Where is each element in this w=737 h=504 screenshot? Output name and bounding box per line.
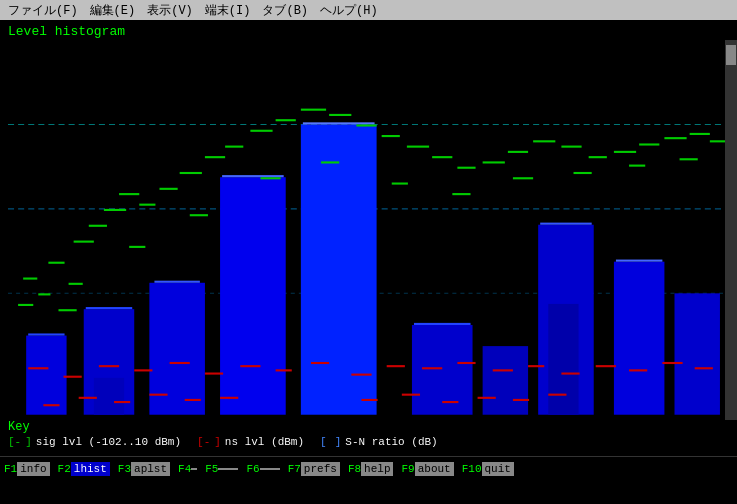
svg-rect-14 (303, 122, 375, 124)
key-ns-lvl: [-] ns lvl (dBm) (197, 436, 304, 448)
svg-rect-22 (614, 262, 664, 415)
fkey-f3-aplst[interactable]: F3aplst (114, 457, 174, 480)
svg-rect-37 (205, 156, 225, 158)
svg-rect-82 (493, 369, 513, 371)
menu-file[interactable]: ファイル(F) (4, 1, 82, 20)
svg-rect-25 (18, 304, 33, 306)
svg-rect-28 (23, 278, 37, 280)
svg-rect-52 (589, 156, 607, 158)
scrollbar-thumb[interactable] (726, 45, 736, 65)
key-items: [-] sig lvl (-102..10 dBm) [-] ns lvl (d… (8, 436, 725, 448)
svg-rect-39 (250, 130, 272, 132)
svg-rect-90 (79, 397, 97, 399)
svg-rect-96 (402, 394, 420, 396)
svg-rect-79 (387, 365, 405, 367)
svg-rect-44 (382, 135, 400, 137)
fkey-f8-help[interactable]: F8help (344, 457, 398, 480)
svg-rect-65 (513, 177, 533, 179)
svg-rect-87 (662, 362, 682, 364)
svg-rect-81 (457, 362, 475, 364)
svg-rect-30 (74, 241, 94, 243)
menu-help[interactable]: ヘルプ(H) (316, 1, 382, 20)
svg-rect-47 (457, 167, 475, 169)
svg-rect-70 (64, 376, 82, 378)
svg-rect-40 (276, 119, 296, 121)
fkey-f4[interactable]: F4 (174, 457, 201, 480)
svg-rect-99 (513, 399, 529, 401)
svg-rect-55 (664, 137, 686, 139)
svg-rect-89 (43, 404, 59, 406)
svg-rect-57 (710, 140, 725, 142)
menu-view[interactable]: 表示(V) (143, 1, 197, 20)
svg-rect-43 (356, 124, 376, 126)
svg-rect-24 (675, 293, 720, 414)
svg-rect-46 (432, 156, 452, 158)
chart-title: Level histogram (8, 24, 125, 39)
svg-rect-5 (28, 333, 64, 335)
svg-rect-27 (58, 309, 76, 311)
svg-rect-49 (508, 151, 528, 153)
svg-rect-78 (351, 374, 371, 376)
svg-rect-29 (48, 262, 64, 264)
svg-rect-33 (119, 193, 139, 195)
key-sig-lvl: [-] sig lvl (-102..10 dBm) (8, 436, 181, 448)
svg-rect-54 (639, 143, 659, 145)
fkey-f9-about[interactable]: F9about (397, 457, 457, 480)
fkey-f5[interactable]: F5 (201, 457, 242, 480)
svg-rect-100 (548, 394, 566, 396)
svg-rect-58 (69, 283, 83, 285)
svg-rect-51 (561, 146, 581, 148)
svg-rect-76 (276, 369, 292, 371)
svg-rect-72 (134, 369, 152, 371)
menu-terminal[interactable]: 端末(I) (201, 1, 255, 20)
svg-rect-66 (574, 172, 592, 174)
svg-rect-84 (561, 373, 579, 375)
svg-rect-80 (422, 367, 442, 369)
svg-rect-83 (528, 365, 544, 367)
svg-rect-73 (170, 362, 190, 364)
menubar: ファイル(F) 編集(E) 表示(V) 端末(I) タブ(B) ヘルプ(H) (0, 0, 737, 20)
svg-rect-48 (483, 161, 505, 163)
svg-rect-38 (225, 146, 243, 148)
svg-rect-12 (222, 175, 284, 177)
svg-rect-95 (361, 399, 377, 401)
svg-rect-75 (240, 365, 260, 367)
svg-rect-69 (28, 367, 48, 369)
svg-rect-97 (442, 401, 458, 403)
svg-rect-21 (548, 304, 578, 415)
fkey-f10-quit[interactable]: F10quit (458, 457, 518, 480)
svg-rect-20 (540, 223, 592, 225)
svg-rect-36 (180, 172, 202, 174)
chart-area (8, 40, 725, 420)
menu-edit[interactable]: 編集(E) (86, 1, 140, 20)
svg-rect-85 (596, 365, 616, 367)
fkey-f6[interactable]: F6 (242, 457, 283, 480)
svg-rect-31 (89, 225, 107, 227)
svg-rect-93 (185, 399, 201, 401)
svg-rect-42 (329, 114, 351, 116)
svg-rect-71 (99, 365, 119, 367)
svg-rect-8 (94, 378, 124, 415)
svg-rect-7 (86, 307, 132, 309)
key-area: Key [-] sig lvl (-102..10 dBm) [-] ns lv… (8, 420, 725, 460)
fkey-f2-lhist[interactable]: F2lhist (54, 457, 114, 480)
svg-rect-62 (321, 161, 339, 163)
scrollbar[interactable] (725, 40, 737, 420)
fkey-f1-info[interactable]: F1info (0, 457, 54, 480)
svg-rect-60 (190, 214, 208, 216)
menu-tab[interactable]: タブ(B) (258, 1, 312, 20)
svg-rect-86 (629, 369, 647, 371)
svg-rect-13 (301, 124, 377, 414)
svg-rect-56 (690, 133, 710, 135)
svg-rect-11 (220, 177, 286, 415)
svg-rect-26 (38, 293, 50, 295)
svg-rect-63 (392, 183, 408, 185)
svg-rect-94 (220, 397, 238, 399)
fkey-f7-prefs[interactable]: F7prefs (284, 457, 344, 480)
svg-rect-18 (483, 346, 528, 415)
svg-rect-53 (614, 151, 636, 153)
svg-rect-88 (695, 367, 713, 369)
svg-rect-59 (129, 246, 145, 248)
svg-rect-4 (26, 336, 66, 415)
svg-rect-64 (452, 193, 470, 195)
